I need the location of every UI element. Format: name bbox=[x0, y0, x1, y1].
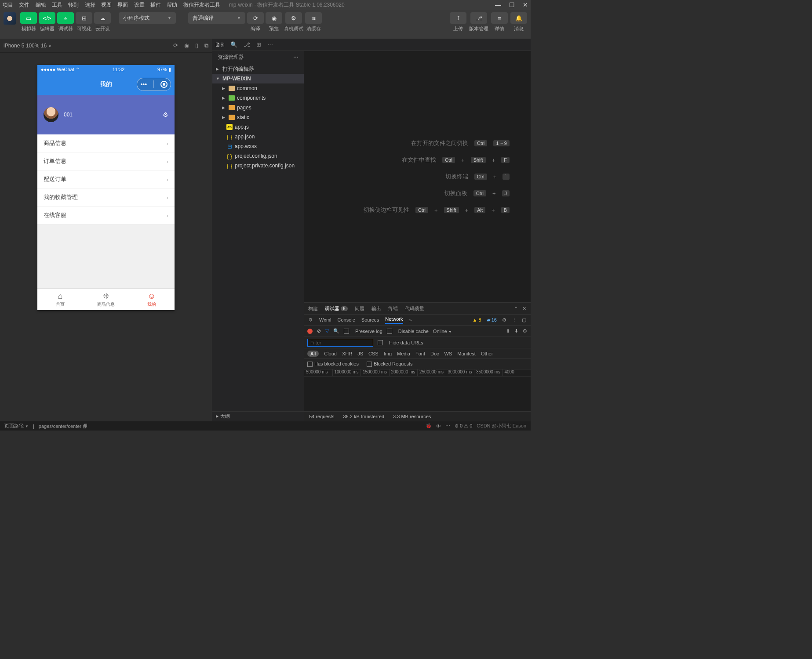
cloud-button[interactable]: ☁ bbox=[94, 12, 111, 24]
inspect-icon[interactable]: ⯐ bbox=[308, 317, 313, 322]
preview-button[interactable]: ◉ bbox=[266, 12, 282, 24]
list-item[interactable]: 商品信息› bbox=[37, 134, 175, 152]
mode-select[interactable]: 小程序模式▼ bbox=[119, 12, 176, 24]
preserve-check[interactable] bbox=[344, 329, 349, 334]
menu-tool[interactable]: 工具 bbox=[52, 2, 62, 8]
dt-tab-terminal[interactable]: 终端 bbox=[388, 305, 398, 312]
more2-icon[interactable]: ⋯ bbox=[445, 423, 450, 429]
compile-button[interactable]: ⟳ bbox=[247, 12, 264, 24]
list-item[interactable]: 我的收藏管理› bbox=[37, 188, 175, 206]
type-font[interactable]: Font bbox=[415, 351, 425, 356]
filter-input[interactable] bbox=[307, 339, 373, 347]
type-all[interactable]: All bbox=[307, 351, 319, 357]
eye-icon[interactable]: 👁 bbox=[436, 424, 441, 429]
tree-folder[interactable]: ▶common bbox=[212, 83, 304, 93]
explorer-icon[interactable]: 🗎⎘ bbox=[215, 41, 224, 48]
stop-icon[interactable]: ◉ bbox=[184, 42, 189, 49]
panel-close-icon[interactable]: ✕ bbox=[522, 306, 526, 311]
menu-goto[interactable]: 转到 bbox=[68, 2, 79, 8]
tab-home[interactable]: ⌂首页 bbox=[37, 289, 83, 310]
tree-folder[interactable]: ▶static bbox=[212, 112, 304, 122]
sub-network[interactable]: Network bbox=[385, 316, 403, 324]
type-img[interactable]: Img bbox=[384, 351, 392, 356]
type-media[interactable]: Media bbox=[397, 351, 410, 356]
profile-avatar[interactable] bbox=[44, 107, 58, 122]
tree-folder[interactable]: ▶pages bbox=[212, 103, 304, 112]
ext-icon[interactable]: ⊞ bbox=[256, 41, 261, 48]
capsule[interactable]: ••• bbox=[137, 78, 171, 91]
dt-tab-problems[interactable]: 问题 bbox=[355, 305, 364, 312]
clear-icon[interactable]: ⊘ bbox=[317, 328, 321, 334]
popout-icon[interactable]: ⧉ bbox=[204, 42, 208, 49]
tab-goods[interactable]: ⁜商品信息 bbox=[83, 289, 129, 310]
network-timeline[interactable]: 500000 ms1000000 ms1500000 ms2000000 ms2… bbox=[304, 369, 531, 411]
record-icon[interactable] bbox=[307, 329, 313, 334]
list-item[interactable]: 配送订单› bbox=[37, 170, 175, 188]
git-icon[interactable]: ⎇ bbox=[244, 41, 250, 48]
dt-tab-output[interactable]: 输出 bbox=[371, 305, 381, 312]
menu-help[interactable]: 帮助 bbox=[167, 2, 177, 8]
page-path[interactable]: pages/center/center 🗐 bbox=[39, 424, 87, 429]
kebab-icon[interactable]: ⋮ bbox=[512, 317, 517, 323]
type-other[interactable]: Other bbox=[481, 351, 493, 356]
refresh-icon[interactable]: ⟳ bbox=[173, 42, 178, 49]
type-cloud[interactable]: Cloud bbox=[324, 351, 337, 356]
settings-icon[interactable]: ⚙ bbox=[163, 111, 168, 118]
debugger-button[interactable]: ⟐ bbox=[57, 12, 74, 24]
remote-debug-button[interactable]: ⚙ bbox=[285, 12, 302, 24]
download-icon[interactable]: ⬇ bbox=[514, 328, 518, 334]
explorer-more-icon[interactable]: ⋯ bbox=[293, 54, 299, 60]
tree-file[interactable]: { }project.config.json bbox=[212, 151, 304, 161]
warn-count[interactable]: ▲ 8 bbox=[473, 317, 481, 322]
menu-select[interactable]: 选择 bbox=[85, 2, 95, 8]
list-item[interactable]: 订单信息› bbox=[37, 152, 175, 170]
tree-file[interactable]: ⊟app.wxss bbox=[212, 141, 304, 151]
menu-project[interactable]: 项目 bbox=[3, 2, 13, 8]
tab-mine[interactable]: ☺我的 bbox=[129, 289, 175, 310]
compile-select[interactable]: 普通编译▼ bbox=[188, 12, 245, 24]
type-manifest[interactable]: Manifest bbox=[457, 351, 476, 356]
type-js[interactable]: JS bbox=[357, 351, 363, 356]
blocked-req-check[interactable] bbox=[367, 362, 372, 367]
minimize-icon[interactable]: — bbox=[495, 1, 501, 8]
menu-view[interactable]: 视图 bbox=[101, 2, 112, 8]
sub-wxml[interactable]: Wxml bbox=[319, 317, 331, 322]
device-icon[interactable]: ▯ bbox=[195, 42, 198, 49]
tree-file[interactable]: { }app.json bbox=[212, 132, 304, 141]
dt-tab-build[interactable]: 构建 bbox=[308, 305, 318, 312]
gear2-icon[interactable]: ⚙ bbox=[523, 328, 527, 334]
list-item[interactable]: 在线客服› bbox=[37, 206, 175, 224]
info-count[interactable]: ▰ 16 bbox=[487, 317, 497, 323]
funnel-icon[interactable]: ▽ bbox=[325, 328, 329, 334]
visual-button[interactable]: ⊞ bbox=[76, 12, 92, 24]
more-icon[interactable]: ⋯ bbox=[267, 41, 273, 48]
messages-button[interactable]: 🔔 bbox=[510, 12, 527, 24]
menu-plugin[interactable]: 插件 bbox=[150, 2, 161, 8]
editor-button[interactable]: </> bbox=[39, 12, 55, 24]
menu-edit[interactable]: 编辑 bbox=[36, 2, 46, 8]
tree-folder[interactable]: ▶components bbox=[212, 93, 304, 103]
upload-button[interactable]: ⤴ bbox=[450, 12, 466, 24]
sub-sources[interactable]: Sources bbox=[361, 317, 379, 322]
outline-section[interactable]: ▶大纲 bbox=[212, 411, 304, 421]
clear-cache-button[interactable]: ≋ bbox=[305, 12, 322, 24]
bug-icon[interactable]: 🐞 bbox=[426, 423, 432, 429]
search-icon[interactable]: 🔍 bbox=[230, 41, 237, 48]
online-select[interactable]: Online ▼ bbox=[433, 329, 452, 334]
close-icon[interactable]: ✕ bbox=[523, 1, 528, 8]
menu-file[interactable]: 文件 bbox=[19, 2, 29, 8]
sub-console[interactable]: Console bbox=[338, 317, 355, 322]
blocked-cookies-check[interactable] bbox=[307, 362, 313, 367]
device-select[interactable]: iPhone 5 100% 16 ▼ bbox=[4, 43, 51, 49]
menu-settings[interactable]: 设置 bbox=[134, 2, 145, 8]
panel-up-icon[interactable]: ⌃ bbox=[514, 306, 518, 311]
maximize-icon[interactable]: ☐ bbox=[509, 1, 515, 8]
hide-urls-check[interactable] bbox=[378, 340, 383, 345]
disable-check[interactable] bbox=[387, 329, 392, 334]
err-status[interactable]: ⊗ 0 ⚠ 0 bbox=[455, 423, 472, 429]
type-ws[interactable]: WS bbox=[444, 351, 452, 356]
menu-ui[interactable]: 界面 bbox=[117, 2, 128, 8]
gear-icon[interactable]: ⚙ bbox=[502, 317, 506, 323]
project-root[interactable]: ▼MP-WEIXIN bbox=[212, 74, 304, 83]
menu-wxdev[interactable]: 微信开发者工具 bbox=[183, 2, 220, 8]
